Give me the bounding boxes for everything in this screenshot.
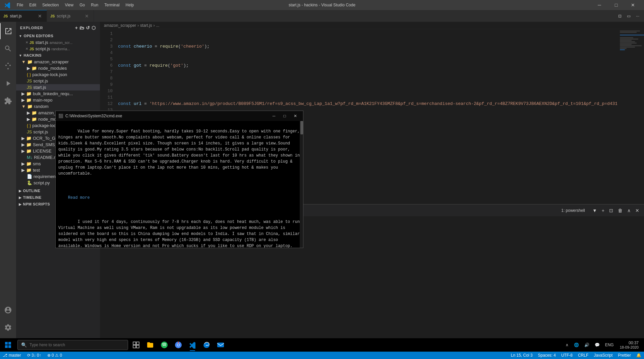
error-count[interactable]: ⊗ 0 ⚠ 0: [45, 352, 65, 359]
tab-start-js[interactable]: JS start.js ✕: [0, 10, 47, 22]
js-icon-start-as: JS: [27, 85, 32, 90]
chevron-up-icon[interactable]: ∧: [564, 341, 571, 349]
spotify-icon[interactable]: [158, 338, 171, 352]
system-clock[interactable]: 00:37 18-09-2020: [617, 341, 641, 349]
file-explorer-taskbar[interactable]: [143, 338, 157, 352]
breadcrumb-startjs[interactable]: start.js: [140, 23, 152, 28]
menu-help[interactable]: Help: [123, 2, 137, 8]
cursor-position[interactable]: Ln 15, Col 3: [508, 352, 535, 359]
open-editors-section[interactable]: ▼ OPEN EDITORS: [16, 33, 100, 39]
new-folder-icon[interactable]: 🗁: [79, 25, 84, 31]
folder-main-repo[interactable]: ▶ 📁 main-repo: [16, 97, 100, 103]
cmd-maximize[interactable]: □: [280, 113, 290, 119]
cmd-content[interactable]: Value for money.Super fast booting, hard…: [56, 121, 303, 248]
term-dropdown-icon[interactable]: ▼: [591, 207, 598, 214]
encoding[interactable]: UTF-8: [559, 352, 575, 359]
menu-file[interactable]: File: [14, 2, 26, 8]
split-terminal-icon[interactable]: ⊡: [608, 207, 614, 214]
split-editor-icon[interactable]: ⊡: [617, 12, 623, 20]
js-icon: JS: [3, 14, 8, 18]
account-icon[interactable]: [0, 302, 16, 318]
close-panel-icon[interactable]: ✕: [634, 207, 641, 214]
cmd-scrollbar-thumb[interactable]: [300, 121, 303, 134]
cmd-scrollbar[interactable]: [300, 121, 303, 248]
new-file-icon[interactable]: +: [75, 25, 78, 31]
new-terminal-icon[interactable]: +: [600, 207, 606, 214]
close-icon-start[interactable]: ✕: [25, 41, 28, 44]
notification-taskbar-icon[interactable]: 💬: [593, 341, 602, 349]
search-input[interactable]: [30, 343, 124, 347]
cmd-close[interactable]: ✕: [290, 113, 300, 119]
maximize-button[interactable]: □: [608, 0, 624, 10]
cmd-text-part1: Value for money.Super fast booting, hard…: [58, 129, 302, 176]
svg-point-11: [177, 344, 179, 346]
mail-icon[interactable]: [214, 338, 227, 352]
start-button[interactable]: [0, 338, 16, 352]
file-start-js-as[interactable]: JS start.js: [16, 84, 100, 91]
folder-amazon-scrapper[interactable]: ▼ 📁 amazon_scrapper: [16, 59, 100, 65]
folder-arrow-ar: ▶: [27, 110, 30, 115]
tab-script-js[interactable]: JS script.js ✕: [47, 10, 94, 22]
tab-close-script[interactable]: ✕: [83, 13, 90, 19]
menu-terminal[interactable]: Terminal: [102, 2, 122, 8]
formatter[interactable]: Prettier: [615, 352, 634, 359]
maximize-panel-icon[interactable]: ∧: [626, 207, 632, 214]
toggle-panel-icon[interactable]: ▭: [626, 12, 632, 20]
language-mode[interactable]: JavaScript: [591, 352, 615, 359]
run-debug-icon[interactable]: [0, 75, 16, 92]
more-actions-icon[interactable]: ···: [635, 12, 641, 20]
terminal-controls: 1: powershell ▼ + ⊡ 🗑 ∧ ✕: [560, 207, 641, 214]
explorer-icon[interactable]: [0, 23, 16, 39]
line-ending[interactable]: CRLF: [575, 352, 591, 359]
folder-random[interactable]: ▼ 📁 random: [16, 103, 100, 110]
tab-close-start[interactable]: ✕: [37, 13, 43, 19]
minimize-button[interactable]: ─: [592, 0, 607, 10]
git-icon: ⎇: [3, 353, 7, 358]
open-file-name-start: start.js: [35, 40, 48, 45]
cmd-minimize[interactable]: ─: [269, 113, 279, 119]
cmd-title: ⬛ C:\Windows\System32\cmd.exe: [58, 114, 122, 118]
open-editors-arrow: ▼: [19, 34, 22, 38]
network-icon[interactable]: 🌐: [572, 341, 581, 349]
git-branch[interactable]: ⎇ master: [0, 352, 24, 359]
terminal-panel-label: 1: powershell: [560, 207, 586, 214]
folder-icon-rn: 📁: [27, 104, 33, 109]
close-icon-script[interactable]: ✕: [25, 47, 28, 51]
menu-go[interactable]: Go: [77, 2, 87, 8]
search-icon[interactable]: [0, 41, 16, 57]
extensions-icon[interactable]: [0, 93, 16, 109]
kill-terminal-icon[interactable]: 🗑: [617, 207, 624, 214]
open-file-start-js[interactable]: ✕ JS start.js amazon_scr...: [16, 39, 100, 46]
edge-icon[interactable]: [200, 338, 213, 352]
task-view-icon[interactable]: [129, 338, 143, 352]
svg-rect-2: [5, 345, 8, 348]
indentation[interactable]: Spaces: 4: [535, 352, 559, 359]
menu-run[interactable]: Run: [88, 2, 101, 8]
json-icon-rn: { }: [27, 123, 31, 128]
open-file-script-js[interactable]: ✕ JS script.js random\a...: [16, 46, 100, 52]
volume-icon[interactable]: 🔊: [582, 341, 591, 349]
file-package-lock-json[interactable]: { } package-lock.json: [16, 71, 100, 78]
close-button[interactable]: ✕: [625, 0, 641, 10]
menu-selection[interactable]: Selection: [40, 2, 61, 8]
menu-view[interactable]: View: [62, 2, 76, 8]
cmd-read-more[interactable]: Read more: [68, 195, 90, 200]
vscode-taskbar-icon[interactable]: [186, 338, 199, 352]
source-control-icon[interactable]: [0, 58, 16, 74]
breadcrumb-amazon[interactable]: amazon_scrapper: [104, 23, 136, 28]
hackins-section[interactable]: ▼ HACKINS: [16, 52, 100, 59]
taskbar-search[interactable]: 🔍: [17, 340, 128, 350]
breadcrumb-dots[interactable]: ...: [156, 23, 159, 28]
language-indicator[interactable]: ENG: [603, 341, 616, 349]
file-script-js-as[interactable]: JS script.js: [16, 78, 100, 84]
collapse-icon[interactable]: ⬡: [92, 25, 96, 31]
sync-status[interactable]: ⟳ 3↓ 0↑: [24, 352, 44, 359]
file-name-script-as: script.js: [33, 78, 48, 83]
settings-icon[interactable]: [0, 319, 16, 336]
notification-icon[interactable]: 🔔: [634, 352, 644, 359]
folder-node-modules[interactable]: ▶ 📁 node_modules: [16, 65, 100, 71]
chrome-icon[interactable]: [172, 338, 185, 352]
refresh-icon[interactable]: ↺: [86, 25, 90, 31]
folder-bulk-linkedin[interactable]: ▶ 📁 bulk_linkedin_requ...: [16, 91, 100, 97]
menu-edit[interactable]: Edit: [26, 2, 39, 8]
